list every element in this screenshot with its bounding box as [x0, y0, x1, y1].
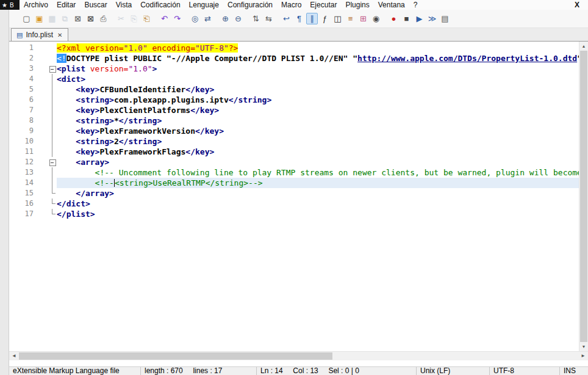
close-icon[interactable]: ⊠ — [72, 13, 84, 24]
folder-as-workspace-icon[interactable]: ⊞ — [357, 13, 369, 24]
window-close-button[interactable]: X — [566, 1, 588, 9]
status-insert-mode[interactable]: INS — [560, 367, 588, 375]
save-icon[interactable]: ▦ — [46, 13, 58, 24]
line-number[interactable]: 5 — [9, 84, 40, 95]
line-number[interactable]: 2 — [9, 53, 40, 64]
zoom-out-icon[interactable]: ⊖ — [232, 13, 244, 24]
code-text[interactable]: <dict> — [57, 74, 579, 84]
horizontal-scroll-thumb[interactable] — [19, 352, 332, 360]
vertical-scroll-track[interactable] — [579, 51, 588, 342]
bookmark-margin[interactable] — [40, 43, 48, 53]
print-icon[interactable]: ⎙ — [98, 13, 109, 24]
monitoring-icon[interactable]: ◉ — [370, 13, 382, 24]
sync-vertical-scroll-icon[interactable]: ⇅ — [250, 13, 262, 24]
vertical-scroll-thumb[interactable] — [580, 51, 587, 342]
tab-info-plist[interactable]: ▤ Info.plist ✕ — [11, 28, 68, 41]
tab-close-icon[interactable]: ✕ — [57, 32, 62, 38]
line-number[interactable]: 14 — [9, 178, 40, 188]
line-number[interactable]: 1 — [9, 43, 40, 53]
code-text[interactable]: <key>PlexFrameworkFlags</key> — [57, 147, 579, 157]
bookmark-margin[interactable] — [40, 136, 48, 147]
macro-play-icon[interactable]: ▶ — [414, 13, 425, 24]
code-text[interactable]: <key>PlexClientPlatforms</key> — [57, 105, 579, 115]
menu-item-editar[interactable]: Editar — [52, 0, 80, 10]
line-number[interactable]: 17 — [9, 209, 40, 219]
macro-run-multiple-icon[interactable]: ≫ — [426, 13, 438, 24]
line-number[interactable]: 12 — [9, 157, 40, 167]
bookmark-margin[interactable] — [40, 115, 48, 126]
scroll-down-arrow[interactable]: ▼ — [579, 342, 588, 351]
code-text[interactable]: <?xml version="1.0" encoding="UTF-8"?> — [57, 43, 579, 53]
bookmark-margin[interactable] — [40, 157, 48, 167]
code-text[interactable]: </plist> — [57, 209, 579, 219]
bookmark-margin[interactable] — [40, 147, 48, 157]
code-text[interactable]: </array> — [57, 188, 579, 198]
code-text[interactable]: <array> — [57, 157, 579, 167]
code-text[interactable]: <!DOCTYPE plist PUBLIC "-//Apple Compute… — [57, 53, 579, 64]
scroll-up-arrow[interactable]: ▲ — [579, 42, 588, 51]
macro-record-icon[interactable]: ● — [388, 13, 400, 24]
menu-item-buscar[interactable]: Buscar — [80, 0, 111, 10]
editor-text-area[interactable]: 1<?xml version="1.0" encoding="UTF-8"?>2… — [9, 42, 579, 351]
new-file-icon[interactable]: ▢ — [21, 13, 32, 24]
menu-item-configuracion[interactable]: Configuración — [223, 0, 277, 10]
bookmark-margin[interactable] — [40, 209, 48, 219]
bookmark-margin[interactable] — [40, 178, 48, 188]
menu-item-archivo[interactable]: Archivo — [20, 0, 52, 10]
line-number[interactable]: 11 — [9, 147, 40, 157]
bookmark-margin[interactable] — [40, 84, 48, 95]
line-number[interactable]: 8 — [9, 115, 40, 126]
menu-item-ventana[interactable]: Ventana — [374, 0, 409, 10]
line-number[interactable]: 13 — [9, 167, 40, 178]
replace-icon[interactable]: ⇄ — [202, 13, 213, 24]
line-number[interactable]: 3 — [9, 64, 40, 74]
line-number[interactable]: 9 — [9, 126, 40, 136]
code-text[interactable]: </dict> — [57, 198, 579, 209]
code-text[interactable]: <key>CFBundleIdentifier</key> — [57, 84, 579, 95]
bookmark-margin[interactable] — [40, 105, 48, 115]
code-text[interactable]: <key>PlexFrameworkVersion</key> — [57, 126, 579, 136]
vertical-scrollbar[interactable]: ▲ ▼ — [579, 42, 588, 351]
bookmark-margin[interactable] — [40, 167, 48, 178]
line-number[interactable]: 10 — [9, 136, 40, 147]
find-icon[interactable]: ◎ — [189, 13, 201, 24]
menu-item-macro[interactable]: Macro — [277, 0, 306, 10]
function-list-icon[interactable]: ƒ — [319, 13, 331, 24]
close-all-icon[interactable]: ⊠ — [85, 13, 96, 24]
code-text[interactable]: <string>*</string> — [57, 115, 579, 126]
word-wrap-icon[interactable]: ↩ — [281, 13, 292, 24]
menu-item-help[interactable]: ? — [409, 0, 422, 10]
fold-collapse-box[interactable] — [48, 64, 57, 74]
copy-icon[interactable]: ⎘ — [128, 13, 140, 24]
redo-icon[interactable]: ↷ — [171, 13, 183, 24]
menu-item-lenguaje[interactable]: Lenguaje — [185, 0, 223, 10]
bookmark-margin[interactable] — [40, 53, 48, 64]
indent-guide-icon[interactable]: ∥ — [306, 13, 318, 24]
menu-item-ejecutar[interactable]: Ejecutar — [306, 0, 341, 10]
undo-icon[interactable]: ↶ — [159, 13, 170, 24]
document-list-icon[interactable]: ≡ — [345, 13, 356, 24]
sync-horizontal-scroll-icon[interactable]: ⇆ — [263, 13, 274, 24]
code-text[interactable]: <string>com.plexapp.plugins.iptv</string… — [57, 95, 579, 105]
zoom-in-icon[interactable]: ⊕ — [220, 13, 231, 24]
macro-stop-icon[interactable]: ■ — [401, 13, 412, 24]
line-number[interactable]: 6 — [9, 95, 40, 105]
horizontal-scrollbar[interactable]: ◄ ► — [9, 351, 588, 360]
horizontal-scroll-track[interactable] — [19, 352, 578, 360]
menu-item-plugins[interactable]: Plugins — [341, 0, 373, 10]
show-all-characters-icon[interactable]: ¶ — [293, 13, 305, 24]
scroll-right-arrow[interactable]: ► — [578, 352, 588, 360]
paste-icon[interactable]: ⎗ — [141, 13, 152, 24]
bookmark-margin[interactable] — [40, 198, 48, 209]
macro-save-icon[interactable]: ▤ — [439, 13, 451, 24]
code-text[interactable]: <!--<string>UseRealRTMP</string>--> — [57, 178, 579, 188]
line-number[interactable]: 4 — [9, 74, 40, 84]
bookmark-margin[interactable] — [40, 188, 48, 198]
fold-collapse-box[interactable] — [48, 157, 57, 167]
bookmark-margin[interactable] — [40, 74, 48, 84]
code-text[interactable]: <plist version="1.0"> — [57, 64, 579, 74]
line-number[interactable]: 16 — [9, 198, 40, 209]
menu-item-codificacion[interactable]: Codificación — [136, 0, 184, 10]
save-all-icon[interactable]: ⧉ — [59, 13, 71, 24]
menu-item-vista[interactable]: Vista — [112, 0, 136, 10]
